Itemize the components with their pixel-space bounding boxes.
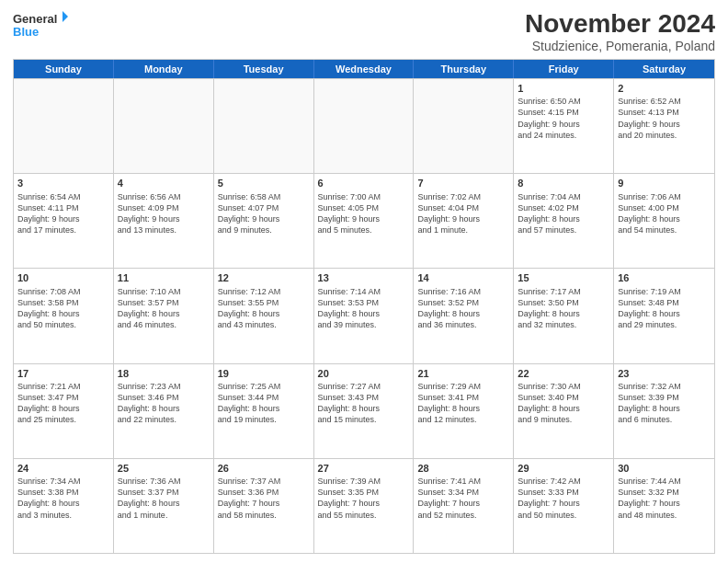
calendar: SundayMondayTuesdayWednesdayThursdayFrid… — [13, 59, 715, 554]
day-detail: Sunrise: 6:52 AM Sunset: 4:13 PM Dayligh… — [618, 96, 711, 141]
svg-marker-2 — [63, 11, 68, 22]
day-number: 3 — [17, 177, 109, 190]
day-detail: Sunrise: 7:17 AM Sunset: 3:50 PM Dayligh… — [518, 286, 609, 331]
calendar-header: SundayMondayTuesdayWednesdayThursdayFrid… — [14, 60, 714, 78]
cal-cell-4-5: 29Sunrise: 7:42 AM Sunset: 3:33 PM Dayli… — [514, 459, 614, 553]
logo: General Blue — [13, 9, 68, 42]
day-detail: Sunrise: 7:08 AM Sunset: 3:58 PM Dayligh… — [17, 286, 109, 331]
cal-cell-0-2 — [214, 79, 314, 173]
svg-text:Blue: Blue — [13, 25, 39, 39]
day-number: 6 — [318, 177, 410, 190]
cal-cell-3-0: 17Sunrise: 7:21 AM Sunset: 3:47 PM Dayli… — [14, 364, 114, 458]
day-detail: Sunrise: 6:54 AM Sunset: 4:11 PM Dayligh… — [17, 191, 109, 236]
day-detail: Sunrise: 7:41 AM Sunset: 3:34 PM Dayligh… — [417, 476, 509, 521]
day-number: 20 — [318, 367, 410, 380]
day-number: 14 — [417, 271, 509, 284]
cal-cell-0-0 — [14, 79, 114, 173]
weekday-header-sunday: Sunday — [14, 60, 114, 78]
day-detail: Sunrise: 6:58 AM Sunset: 4:07 PM Dayligh… — [218, 191, 310, 236]
cal-cell-1-4: 7Sunrise: 7:02 AM Sunset: 4:04 PM Daylig… — [414, 174, 514, 268]
day-number: 13 — [318, 271, 410, 284]
day-number: 16 — [618, 271, 711, 284]
day-detail: Sunrise: 7:14 AM Sunset: 3:53 PM Dayligh… — [318, 286, 410, 331]
cal-cell-1-6: 9Sunrise: 7:06 AM Sunset: 4:00 PM Daylig… — [614, 174, 714, 268]
day-number: 21 — [417, 367, 509, 380]
day-detail: Sunrise: 7:34 AM Sunset: 3:38 PM Dayligh… — [17, 476, 109, 521]
day-number: 29 — [518, 462, 609, 475]
weekday-header-thursday: Thursday — [414, 60, 514, 78]
cal-cell-1-5: 8Sunrise: 7:04 AM Sunset: 4:02 PM Daylig… — [514, 174, 614, 268]
day-detail: Sunrise: 7:21 AM Sunset: 3:47 PM Dayligh… — [17, 381, 109, 426]
cal-cell-3-4: 21Sunrise: 7:29 AM Sunset: 3:41 PM Dayli… — [414, 364, 514, 458]
day-detail: Sunrise: 7:37 AM Sunset: 3:36 PM Dayligh… — [218, 476, 310, 521]
weekday-header-monday: Monday — [114, 60, 214, 78]
cal-cell-4-3: 27Sunrise: 7:39 AM Sunset: 3:35 PM Dayli… — [314, 459, 415, 553]
day-detail: Sunrise: 7:23 AM Sunset: 3:46 PM Dayligh… — [118, 381, 210, 426]
cal-row-1: 3Sunrise: 6:54 AM Sunset: 4:11 PM Daylig… — [14, 173, 714, 268]
cal-cell-0-5: 1Sunrise: 6:50 AM Sunset: 4:15 PM Daylig… — [514, 79, 614, 173]
day-number: 9 — [618, 177, 711, 190]
cal-cell-1-1: 4Sunrise: 6:56 AM Sunset: 4:09 PM Daylig… — [114, 174, 214, 268]
day-number: 1 — [518, 82, 609, 95]
day-number: 10 — [17, 271, 109, 284]
calendar-body: 1Sunrise: 6:50 AM Sunset: 4:15 PM Daylig… — [14, 78, 714, 553]
day-detail: Sunrise: 7:27 AM Sunset: 3:43 PM Dayligh… — [318, 381, 410, 426]
day-detail: Sunrise: 7:12 AM Sunset: 3:55 PM Dayligh… — [218, 286, 310, 331]
day-detail: Sunrise: 6:50 AM Sunset: 4:15 PM Dayligh… — [518, 96, 609, 141]
weekday-header-wednesday: Wednesday — [314, 60, 415, 78]
cal-cell-0-3 — [314, 79, 415, 173]
cal-cell-3-5: 22Sunrise: 7:30 AM Sunset: 3:40 PM Dayli… — [514, 364, 614, 458]
cal-cell-2-3: 13Sunrise: 7:14 AM Sunset: 3:53 PM Dayli… — [314, 269, 415, 362]
day-detail: Sunrise: 7:02 AM Sunset: 4:04 PM Dayligh… — [417, 191, 509, 236]
day-detail: Sunrise: 7:36 AM Sunset: 3:37 PM Dayligh… — [118, 476, 210, 521]
cal-row-3: 17Sunrise: 7:21 AM Sunset: 3:47 PM Dayli… — [14, 363, 714, 458]
day-number: 24 — [17, 462, 109, 475]
cal-cell-0-6: 2Sunrise: 6:52 AM Sunset: 4:13 PM Daylig… — [614, 79, 714, 173]
cal-cell-0-4 — [414, 79, 514, 173]
day-number: 17 — [17, 367, 109, 380]
cal-cell-0-1 — [114, 79, 214, 173]
day-number: 23 — [618, 367, 711, 380]
cal-cell-4-0: 24Sunrise: 7:34 AM Sunset: 3:38 PM Dayli… — [14, 459, 114, 553]
day-detail: Sunrise: 7:16 AM Sunset: 3:52 PM Dayligh… — [417, 286, 509, 331]
weekday-header-friday: Friday — [514, 60, 614, 78]
cal-row-2: 10Sunrise: 7:08 AM Sunset: 3:58 PM Dayli… — [14, 268, 714, 362]
day-number: 11 — [118, 271, 210, 284]
day-detail: Sunrise: 7:25 AM Sunset: 3:44 PM Dayligh… — [218, 381, 310, 426]
cal-cell-2-1: 11Sunrise: 7:10 AM Sunset: 3:57 PM Dayli… — [114, 269, 214, 362]
day-detail: Sunrise: 7:30 AM Sunset: 3:40 PM Dayligh… — [518, 381, 609, 426]
cal-cell-2-2: 12Sunrise: 7:12 AM Sunset: 3:55 PM Dayli… — [214, 269, 314, 362]
header: General Blue November 2024 Studzienice, … — [13, 9, 715, 53]
page: General Blue November 2024 Studzienice, … — [0, 0, 728, 563]
cal-cell-3-1: 18Sunrise: 7:23 AM Sunset: 3:46 PM Dayli… — [114, 364, 214, 458]
day-number: 5 — [218, 177, 310, 190]
month-title: November 2024 — [525, 9, 715, 39]
day-number: 26 — [218, 462, 310, 475]
cal-cell-2-6: 16Sunrise: 7:19 AM Sunset: 3:48 PM Dayli… — [614, 269, 714, 362]
cal-cell-1-3: 6Sunrise: 7:00 AM Sunset: 4:05 PM Daylig… — [314, 174, 415, 268]
weekday-header-tuesday: Tuesday — [214, 60, 314, 78]
cal-cell-3-3: 20Sunrise: 7:27 AM Sunset: 3:43 PM Dayli… — [314, 364, 415, 458]
day-detail: Sunrise: 7:04 AM Sunset: 4:02 PM Dayligh… — [518, 191, 609, 236]
day-number: 18 — [118, 367, 210, 380]
day-detail: Sunrise: 7:44 AM Sunset: 3:32 PM Dayligh… — [618, 476, 711, 521]
cal-cell-4-2: 26Sunrise: 7:37 AM Sunset: 3:36 PM Dayli… — [214, 459, 314, 553]
logo-svg: General Blue — [13, 9, 68, 42]
day-detail: Sunrise: 7:10 AM Sunset: 3:57 PM Dayligh… — [118, 286, 210, 331]
cal-cell-2-4: 14Sunrise: 7:16 AM Sunset: 3:52 PM Dayli… — [414, 269, 514, 362]
cal-cell-4-4: 28Sunrise: 7:41 AM Sunset: 3:34 PM Dayli… — [414, 459, 514, 553]
weekday-header-saturday: Saturday — [614, 60, 714, 78]
day-number: 7 — [417, 177, 509, 190]
day-detail: Sunrise: 7:39 AM Sunset: 3:35 PM Dayligh… — [318, 476, 410, 521]
cal-row-4: 24Sunrise: 7:34 AM Sunset: 3:38 PM Dayli… — [14, 458, 714, 553]
day-number: 28 — [417, 462, 509, 475]
cal-cell-4-1: 25Sunrise: 7:36 AM Sunset: 3:37 PM Dayli… — [114, 459, 214, 553]
cal-row-0: 1Sunrise: 6:50 AM Sunset: 4:15 PM Daylig… — [14, 78, 714, 173]
day-detail: Sunrise: 7:00 AM Sunset: 4:05 PM Dayligh… — [318, 191, 410, 236]
day-number: 12 — [218, 271, 310, 284]
day-detail: Sunrise: 7:06 AM Sunset: 4:00 PM Dayligh… — [618, 191, 711, 236]
cal-cell-2-5: 15Sunrise: 7:17 AM Sunset: 3:50 PM Dayli… — [514, 269, 614, 362]
day-number: 2 — [618, 82, 711, 95]
day-number: 15 — [518, 271, 609, 284]
day-detail: Sunrise: 7:32 AM Sunset: 3:39 PM Dayligh… — [618, 381, 711, 426]
